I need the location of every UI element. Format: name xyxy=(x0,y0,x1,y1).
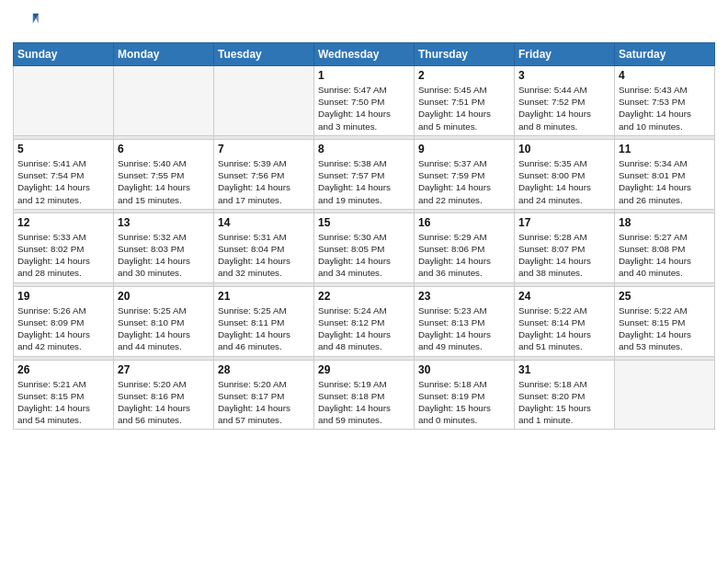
calendar-cell: 1Sunrise: 5:47 AMSunset: 7:50 PMDaylight… xyxy=(314,66,415,136)
calendar-cell: 18Sunrise: 5:27 AMSunset: 8:08 PMDayligh… xyxy=(615,213,715,282)
day-info: Sunrise: 5:25 AMSunset: 8:10 PMDaylight:… xyxy=(118,304,210,353)
day-info: Sunrise: 5:27 AMSunset: 8:08 PMDaylight:… xyxy=(619,231,711,280)
calendar-cell: 15Sunrise: 5:30 AMSunset: 8:05 PMDayligh… xyxy=(314,213,415,282)
day-number: 18 xyxy=(619,216,711,229)
day-number: 25 xyxy=(619,290,711,303)
day-info: Sunrise: 5:34 AMSunset: 8:01 PMDaylight:… xyxy=(619,157,711,206)
day-info: Sunrise: 5:44 AMSunset: 7:52 PMDaylight:… xyxy=(518,84,610,132)
day-number: 13 xyxy=(118,216,210,229)
svg-rect-0 xyxy=(13,9,39,35)
calendar-cell: 5Sunrise: 5:41 AMSunset: 7:54 PMDaylight… xyxy=(14,139,114,209)
calendar-cell: 24Sunrise: 5:22 AMSunset: 8:14 PMDayligh… xyxy=(515,286,615,356)
calendar-cell xyxy=(14,66,114,136)
day-info: Sunrise: 5:47 AMSunset: 7:50 PMDaylight:… xyxy=(318,84,410,132)
calendar-cell xyxy=(615,360,715,430)
week-row-5: 26Sunrise: 5:21 AMSunset: 8:15 PMDayligh… xyxy=(14,360,715,430)
calendar-cell: 12Sunrise: 5:33 AMSunset: 8:02 PMDayligh… xyxy=(14,213,114,282)
day-info: Sunrise: 5:26 AMSunset: 8:09 PMDaylight:… xyxy=(17,304,109,353)
calendar-cell: 21Sunrise: 5:25 AMSunset: 8:11 PMDayligh… xyxy=(214,286,314,356)
weekday-header-wednesday: Wednesday xyxy=(314,43,415,66)
day-info: Sunrise: 5:45 AMSunset: 7:51 PMDaylight:… xyxy=(418,84,510,132)
day-info: Sunrise: 5:24 AMSunset: 8:12 PMDaylight:… xyxy=(318,304,410,353)
day-info: Sunrise: 5:20 AMSunset: 8:16 PMDaylight:… xyxy=(118,378,210,427)
calendar-table: SundayMondayTuesdayWednesdayThursdayFrid… xyxy=(13,42,715,430)
day-number: 29 xyxy=(318,363,410,376)
day-number: 15 xyxy=(318,216,410,229)
day-info: Sunrise: 5:18 AMSunset: 8:19 PMDaylight:… xyxy=(418,378,510,427)
calendar-cell: 26Sunrise: 5:21 AMSunset: 8:15 PMDayligh… xyxy=(14,360,114,430)
day-number: 23 xyxy=(418,290,510,303)
calendar-cell: 9Sunrise: 5:37 AMSunset: 7:59 PMDaylight… xyxy=(415,139,515,209)
page: SundayMondayTuesdayWednesdayThursdayFrid… xyxy=(0,0,728,439)
calendar-cell: 8Sunrise: 5:38 AMSunset: 7:57 PMDaylight… xyxy=(314,139,415,209)
day-info: Sunrise: 5:19 AMSunset: 8:18 PMDaylight:… xyxy=(318,378,410,427)
header xyxy=(13,9,715,35)
day-number: 26 xyxy=(17,363,109,376)
calendar-cell xyxy=(114,66,214,136)
calendar-cell: 20Sunrise: 5:25 AMSunset: 8:10 PMDayligh… xyxy=(114,286,214,356)
calendar-cell: 19Sunrise: 5:26 AMSunset: 8:09 PMDayligh… xyxy=(14,286,114,356)
calendar-cell: 11Sunrise: 5:34 AMSunset: 8:01 PMDayligh… xyxy=(615,139,715,209)
calendar-cell: 6Sunrise: 5:40 AMSunset: 7:55 PMDaylight… xyxy=(114,139,214,209)
day-number: 9 xyxy=(418,143,510,155)
day-number: 6 xyxy=(118,143,210,155)
day-number: 19 xyxy=(17,290,109,303)
calendar-cell: 3Sunrise: 5:44 AMSunset: 7:52 PMDaylight… xyxy=(515,66,615,136)
weekday-header-row: SundayMondayTuesdayWednesdayThursdayFrid… xyxy=(14,43,715,66)
day-info: Sunrise: 5:40 AMSunset: 7:55 PMDaylight:… xyxy=(118,157,210,206)
day-number: 5 xyxy=(17,143,109,155)
calendar-cell: 27Sunrise: 5:20 AMSunset: 8:16 PMDayligh… xyxy=(114,360,214,430)
day-info: Sunrise: 5:23 AMSunset: 8:13 PMDaylight:… xyxy=(418,304,510,353)
day-number: 8 xyxy=(318,143,410,155)
weekday-header-tuesday: Tuesday xyxy=(214,43,314,66)
week-row-3: 12Sunrise: 5:33 AMSunset: 8:02 PMDayligh… xyxy=(14,213,715,282)
day-number: 4 xyxy=(619,69,711,82)
day-info: Sunrise: 5:25 AMSunset: 8:11 PMDaylight:… xyxy=(218,304,310,353)
calendar-cell: 13Sunrise: 5:32 AMSunset: 8:03 PMDayligh… xyxy=(114,213,214,282)
day-number: 14 xyxy=(218,216,310,229)
calendar-cell: 4Sunrise: 5:43 AMSunset: 7:53 PMDaylight… xyxy=(615,66,715,136)
weekday-header-monday: Monday xyxy=(114,43,214,66)
calendar-cell xyxy=(214,66,314,136)
day-info: Sunrise: 5:20 AMSunset: 8:17 PMDaylight:… xyxy=(218,378,310,427)
day-number: 7 xyxy=(218,143,310,155)
day-number: 3 xyxy=(518,69,610,82)
calendar-cell: 31Sunrise: 5:18 AMSunset: 8:20 PMDayligh… xyxy=(515,360,615,430)
logo xyxy=(13,9,42,35)
day-number: 16 xyxy=(418,216,510,229)
day-info: Sunrise: 5:31 AMSunset: 8:04 PMDaylight:… xyxy=(218,231,310,280)
week-row-4: 19Sunrise: 5:26 AMSunset: 8:09 PMDayligh… xyxy=(14,286,715,356)
calendar-cell: 14Sunrise: 5:31 AMSunset: 8:04 PMDayligh… xyxy=(214,213,314,282)
week-row-1: 1Sunrise: 5:47 AMSunset: 7:50 PMDaylight… xyxy=(14,66,715,136)
week-row-2: 5Sunrise: 5:41 AMSunset: 7:54 PMDaylight… xyxy=(14,139,715,209)
day-info: Sunrise: 5:18 AMSunset: 8:20 PMDaylight:… xyxy=(518,378,610,427)
day-info: Sunrise: 5:22 AMSunset: 8:15 PMDaylight:… xyxy=(619,304,711,353)
day-number: 31 xyxy=(518,363,610,376)
day-info: Sunrise: 5:30 AMSunset: 8:05 PMDaylight:… xyxy=(318,231,410,280)
weekday-header-sunday: Sunday xyxy=(14,43,114,66)
calendar-cell: 23Sunrise: 5:23 AMSunset: 8:13 PMDayligh… xyxy=(415,286,515,356)
day-info: Sunrise: 5:43 AMSunset: 7:53 PMDaylight:… xyxy=(619,84,711,132)
day-info: Sunrise: 5:22 AMSunset: 8:14 PMDaylight:… xyxy=(518,304,610,353)
day-number: 1 xyxy=(318,69,410,82)
day-info: Sunrise: 5:28 AMSunset: 8:07 PMDaylight:… xyxy=(518,231,610,280)
day-number: 12 xyxy=(17,216,109,229)
day-number: 24 xyxy=(518,290,610,303)
calendar-cell: 30Sunrise: 5:18 AMSunset: 8:19 PMDayligh… xyxy=(415,360,515,430)
day-info: Sunrise: 5:39 AMSunset: 7:56 PMDaylight:… xyxy=(218,157,310,206)
calendar-cell: 28Sunrise: 5:20 AMSunset: 8:17 PMDayligh… xyxy=(214,360,314,430)
day-number: 2 xyxy=(418,69,510,82)
calendar-cell: 7Sunrise: 5:39 AMSunset: 7:56 PMDaylight… xyxy=(214,139,314,209)
generalblue-logo-icon xyxy=(13,9,39,35)
day-number: 21 xyxy=(218,290,310,303)
day-info: Sunrise: 5:32 AMSunset: 8:03 PMDaylight:… xyxy=(118,231,210,280)
calendar-cell: 2Sunrise: 5:45 AMSunset: 7:51 PMDaylight… xyxy=(415,66,515,136)
calendar-cell: 25Sunrise: 5:22 AMSunset: 8:15 PMDayligh… xyxy=(615,286,715,356)
day-number: 30 xyxy=(418,363,510,376)
calendar-cell: 16Sunrise: 5:29 AMSunset: 8:06 PMDayligh… xyxy=(415,213,515,282)
calendar-cell: 29Sunrise: 5:19 AMSunset: 8:18 PMDayligh… xyxy=(314,360,415,430)
day-info: Sunrise: 5:37 AMSunset: 7:59 PMDaylight:… xyxy=(418,157,510,206)
day-number: 20 xyxy=(118,290,210,303)
day-info: Sunrise: 5:35 AMSunset: 8:00 PMDaylight:… xyxy=(518,157,610,206)
weekday-header-saturday: Saturday xyxy=(615,43,715,66)
